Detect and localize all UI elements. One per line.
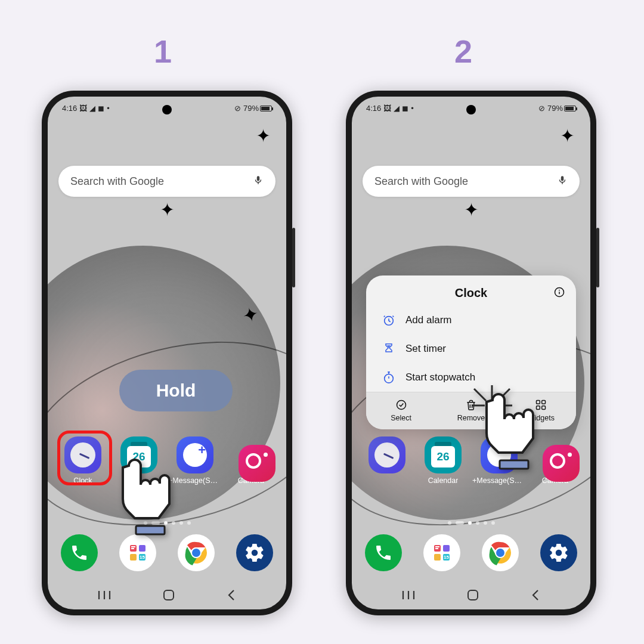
action-widgets[interactable]: Widgets <box>506 392 576 429</box>
app-camera[interactable]: Camera <box>227 436 275 485</box>
home-button[interactable] <box>163 589 175 601</box>
nav-bar <box>352 589 590 601</box>
dock-phone[interactable] <box>61 534 98 571</box>
mic-icon[interactable] <box>253 175 264 188</box>
hourglass-icon <box>382 342 396 356</box>
app-message[interactable]: +Message(SM... <box>171 436 219 485</box>
camera-icon <box>239 445 275 482</box>
app-row: Clock 26 +Message(SM... Camera <box>58 436 275 485</box>
screen-1: 4:16 🖼 ◢ ◼ • ⊘ 79% ✦ Search with Google … <box>48 97 286 609</box>
context-item-label: Set timer <box>405 343 446 355</box>
wifi-off-icon: ⊘ <box>538 104 545 113</box>
action-label: Remove <box>457 414 485 422</box>
stopwatch-icon <box>382 370 396 385</box>
svg-rect-30 <box>435 546 439 547</box>
svg-rect-26 <box>443 545 450 552</box>
context-item-start-stopwatch[interactable]: Start stopwatch <box>366 363 576 392</box>
svg-rect-21 <box>537 401 540 404</box>
calendar-date: 26 <box>431 446 455 467</box>
dot-icon: • <box>411 104 414 113</box>
svg-rect-27 <box>434 554 441 561</box>
svg-rect-5 <box>131 546 135 547</box>
svg-point-34 <box>496 549 504 557</box>
search-bar[interactable]: Search with Google <box>363 166 580 197</box>
sparkle-icon: ✦ <box>160 199 175 220</box>
svg-point-20 <box>397 401 405 410</box>
screen-2: 4:16 🖼 ◢ ◼ • ⊘ 79% ✦ Search with Google … <box>352 97 590 609</box>
svg-point-19 <box>385 374 394 383</box>
svg-rect-31 <box>435 548 438 549</box>
app-label: Clock <box>73 476 92 485</box>
trash-icon <box>465 398 478 411</box>
step-1-label: 1 <box>154 33 172 70</box>
search-bar[interactable]: Search with Google <box>58 166 275 197</box>
mic-icon[interactable] <box>557 175 568 188</box>
context-menu: Clock Add alarm Set timer <box>366 275 576 429</box>
clock-icon <box>369 436 405 473</box>
home-button[interactable] <box>467 589 479 601</box>
dock-settings[interactable] <box>540 534 577 571</box>
svg-rect-23 <box>537 406 540 410</box>
recents-button[interactable] <box>98 590 111 600</box>
svg-text:15: 15 <box>140 555 145 560</box>
status-time: 4:16 <box>366 104 381 113</box>
svg-rect-13 <box>164 590 174 600</box>
alarm-icon <box>382 313 396 327</box>
app-row: 26 Calendar +Message(SM... Camera <box>363 436 580 485</box>
dock-apps[interactable]: 15 <box>423 534 460 571</box>
app-clock[interactable]: Clock <box>58 436 107 485</box>
sparkle-icon: ✦ <box>560 125 575 146</box>
back-button[interactable] <box>227 589 236 601</box>
context-item-add-alarm[interactable]: Add alarm <box>366 306 576 335</box>
dock-chrome[interactable] <box>482 534 519 571</box>
context-actions: Select Remove Widgets <box>366 392 576 429</box>
svg-point-17 <box>559 290 560 291</box>
image-icon: 🖼 <box>383 104 391 113</box>
nav-bar <box>48 589 286 601</box>
app-calendar[interactable]: 26 Calendar <box>419 436 467 485</box>
action-remove[interactable]: Remove <box>436 392 506 429</box>
context-item-label: Start stopwatch <box>405 371 475 383</box>
battery-pct: 79% <box>547 104 563 113</box>
app-clock[interactable] <box>363 436 411 485</box>
dock-settings[interactable] <box>236 534 273 571</box>
select-icon <box>395 398 408 411</box>
sparkle-icon: ✦ <box>464 199 479 220</box>
back-button[interactable] <box>531 589 540 601</box>
svg-rect-2 <box>130 554 137 561</box>
app-label: +Message(SM... <box>472 476 526 485</box>
battery-icon: 79% <box>547 104 576 113</box>
widgets-icon <box>534 398 547 411</box>
app-message[interactable]: +Message(SM... <box>475 436 524 485</box>
info-icon[interactable] <box>553 286 565 301</box>
app-camera[interactable]: Camera <box>531 436 580 485</box>
step-2-label: 2 <box>454 33 472 70</box>
action-select[interactable]: Select <box>366 392 436 429</box>
app-label <box>138 476 140 485</box>
check-icon: ◼ <box>98 104 104 113</box>
svg-rect-22 <box>542 401 546 404</box>
context-menu-title-text: Clock <box>455 286 487 300</box>
bars-icon: ◢ <box>394 104 400 113</box>
svg-rect-24 <box>542 406 546 410</box>
dock-chrome[interactable] <box>178 534 215 571</box>
svg-point-9 <box>192 549 200 557</box>
phone-mockup-1: 4:16 🖼 ◢ ◼ • ⊘ 79% ✦ Search with Google … <box>42 91 292 615</box>
dock: 15 <box>61 534 273 571</box>
status-time: 4:16 <box>62 104 77 113</box>
app-label: +Message(SM... <box>168 476 222 485</box>
front-camera <box>162 105 172 114</box>
recents-button[interactable] <box>402 590 415 600</box>
context-menu-title: Clock <box>366 275 576 306</box>
bars-icon: ◢ <box>89 104 95 113</box>
dock-apps[interactable]: 15 <box>119 534 156 571</box>
check-icon: ◼ <box>402 104 408 113</box>
search-placeholder: Search with Google <box>374 175 468 188</box>
sparkle-icon: ✦ <box>256 125 271 146</box>
battery-icon: 79% <box>243 104 272 113</box>
dock-phone[interactable] <box>365 534 402 571</box>
app-calendar[interactable]: 26 <box>114 436 163 485</box>
camera-icon <box>543 445 580 482</box>
search-placeholder: Search with Google <box>70 175 164 188</box>
context-item-set-timer[interactable]: Set timer <box>366 335 576 363</box>
